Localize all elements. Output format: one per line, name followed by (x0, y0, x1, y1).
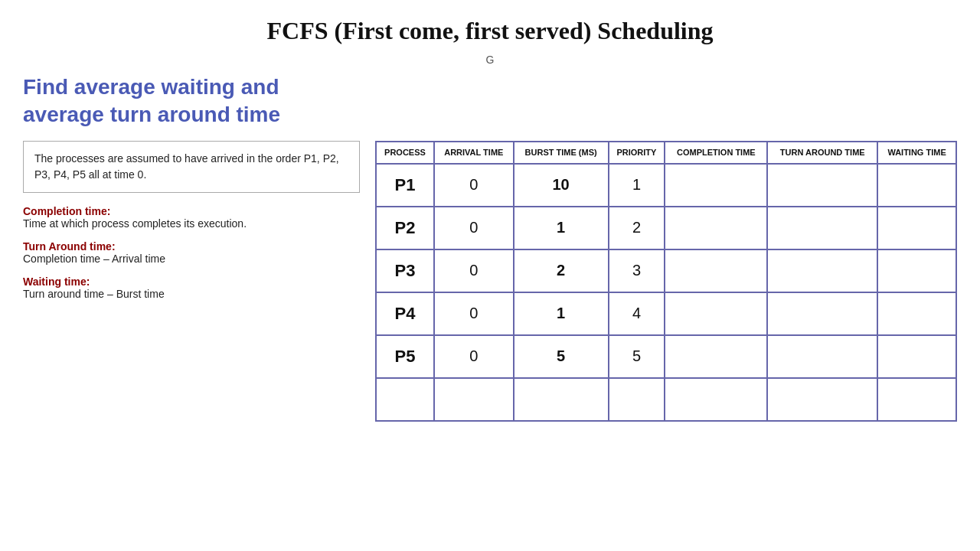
cell-process: P3 (376, 249, 434, 292)
page-container: FCFS (First come, first served) Scheduli… (0, 0, 980, 551)
cell-priority (609, 378, 665, 421)
cell-completion (665, 292, 767, 335)
cell-burst (514, 378, 609, 421)
cell-arrival: 0 (434, 164, 514, 207)
cell-arrival: 0 (434, 292, 514, 335)
waiting-def-title: Waiting time: (23, 276, 360, 288)
cell-waiting (877, 292, 956, 335)
cell-process: P4 (376, 292, 434, 335)
cell-burst: 10 (514, 164, 609, 207)
cell-completion (665, 207, 767, 249)
waiting-def-body: Turn around time – Burst time (23, 288, 360, 300)
left-panel: The processes are assumed to have arrive… (23, 141, 360, 311)
cell-priority: 3 (609, 249, 665, 292)
completion-def-title: Completion time: (23, 205, 360, 217)
find-heading: Find average waiting and average turn ar… (23, 73, 345, 129)
completion-def-body: Time at which process completes its exec… (23, 217, 360, 230)
cell-process: P5 (376, 335, 434, 378)
content-row: The processes are assumed to have arrive… (23, 141, 957, 421)
cell-arrival: 0 (434, 207, 514, 249)
cell-completion (665, 378, 767, 421)
cell-priority: 2 (609, 207, 665, 249)
cell-waiting (877, 378, 956, 421)
cell-waiting (877, 249, 956, 292)
turnaround-def-title: Turn Around time: (23, 240, 360, 253)
cell-turnaround (767, 207, 877, 249)
turnaround-def: Turn Around time: Completion time – Arri… (23, 240, 360, 265)
cell-burst: 5 (514, 335, 609, 378)
cell-burst: 1 (514, 207, 609, 249)
cell-process: P2 (376, 207, 434, 249)
schedule-table: PROCESS ARRIVAL TIME BURST TIME (MS) PRI… (375, 141, 957, 421)
col-burst: BURST TIME (MS) (514, 142, 609, 163)
cell-arrival: 0 (434, 249, 514, 292)
col-turnaround: TURN AROUND TIME (767, 142, 877, 163)
cell-completion (665, 164, 767, 207)
subtitle-g: G (23, 54, 957, 66)
cell-waiting (877, 164, 956, 207)
col-arrival: ARRIVAL TIME (434, 142, 514, 163)
cell-completion (665, 249, 767, 292)
col-process: PROCESS (376, 142, 434, 163)
cell-turnaround (767, 335, 877, 378)
cell-burst: 2 (514, 249, 609, 292)
cell-waiting (877, 207, 956, 249)
cell-turnaround (767, 292, 877, 335)
arrival-note: The processes are assumed to have arrive… (23, 141, 360, 193)
cell-process (376, 378, 434, 421)
col-completion: COMPLETION TIME (665, 142, 767, 163)
col-priority: PRIORITY (609, 142, 665, 163)
turnaround-def-body: Completion time – Arrival time (23, 253, 360, 265)
cell-burst: 1 (514, 292, 609, 335)
cell-waiting (877, 335, 956, 378)
col-waiting: WAITING TIME (877, 142, 956, 163)
cell-turnaround (767, 249, 877, 292)
cell-priority: 1 (609, 164, 665, 207)
main-title: FCFS (First come, first served) Scheduli… (23, 15, 957, 47)
cell-priority: 4 (609, 292, 665, 335)
cell-turnaround (767, 164, 877, 207)
cell-arrival (434, 378, 514, 421)
completion-def: Completion time: Time at which process c… (23, 205, 360, 230)
waiting-def: Waiting time: Turn around time – Burst t… (23, 276, 360, 300)
cell-priority: 5 (609, 335, 665, 378)
cell-turnaround (767, 378, 877, 421)
right-panel: PROCESS ARRIVAL TIME BURST TIME (MS) PRI… (375, 141, 957, 421)
cell-arrival: 0 (434, 335, 514, 378)
cell-process: P1 (376, 164, 434, 207)
cell-completion (665, 335, 767, 378)
